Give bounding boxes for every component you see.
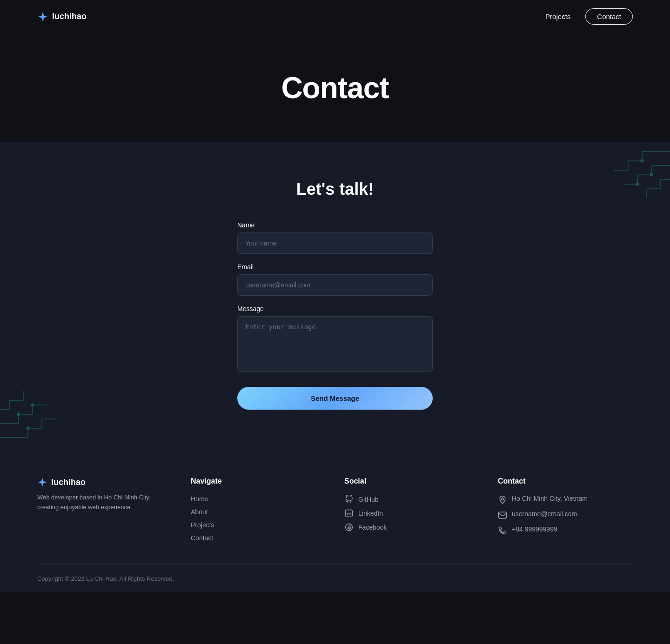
footer-bottom: Copyright © 2023 Lu Chi Hao, All Rights …	[37, 564, 633, 592]
phone-icon	[498, 526, 507, 535]
footer-description: Web developer based in Ho Chi Minh City,…	[37, 493, 172, 512]
nav-links: Projects Contact	[545, 8, 633, 25]
footer-github-label: GitHub	[358, 496, 379, 503]
page-title: Contact	[0, 71, 670, 105]
email-label: Email	[237, 263, 433, 271]
footer-nav-home: Home	[191, 495, 326, 503]
nav-logo-text: luchihao	[52, 12, 87, 21]
svg-rect-39	[499, 512, 507, 518]
footer-facebook-label: Facebook	[358, 524, 387, 531]
logo-icon	[37, 11, 48, 22]
footer-email: username@email.com	[498, 510, 633, 520]
projects-nav-link[interactable]: Projects	[545, 13, 570, 20]
footer-social-title: Social	[344, 477, 479, 485]
footer-social-facebook[interactable]: Facebook	[344, 523, 479, 532]
footer: luchihao Web developer based in Ho Chi M…	[0, 447, 670, 592]
footer-link-projects[interactable]: Projects	[191, 521, 214, 529]
footer-link-home[interactable]: Home	[191, 495, 208, 503]
send-message-button[interactable]: Send Message	[237, 387, 433, 410]
footer-nav-contact: Contact	[191, 534, 326, 542]
footer-grid: luchihao Web developer based in Ho Chi M…	[37, 477, 633, 564]
footer-logo-icon	[37, 477, 47, 487]
footer-logo: luchihao	[37, 477, 172, 487]
footer-location: Ho Chi Minh City, Vietnam	[498, 495, 633, 505]
footer-linkedin-label: LinkedIn	[358, 510, 383, 517]
footer-location-text: Ho Chi Minh City, Vietnam	[512, 495, 588, 502]
footer-social: Social GitHub Link	[344, 477, 479, 542]
footer-social-github[interactable]: GitHub	[344, 495, 479, 504]
footer-nav-links: Home About Projects Contact	[191, 495, 326, 542]
footer-contact: Contact Ho Chi Minh City, Vietnam userna…	[498, 477, 633, 542]
footer-brand: luchihao Web developer based in Ho Chi M…	[37, 477, 172, 542]
circuit-bottom-left-decoration	[0, 391, 65, 447]
email-input[interactable]	[237, 274, 433, 296]
svg-point-14	[641, 159, 643, 162]
email-icon	[498, 511, 507, 520]
name-field-group: Name	[237, 221, 433, 254]
circuit-top-right-decoration	[605, 142, 670, 198]
email-field-group: Email	[237, 263, 433, 296]
message-field-group: Message	[237, 305, 433, 374]
name-input[interactable]	[237, 232, 433, 254]
footer-contact-title: Contact	[498, 477, 633, 485]
hero-section: Contact	[0, 33, 670, 142]
footer-navigate-title: Navigate	[191, 477, 326, 485]
navbar: luchihao Projects Contact	[0, 0, 670, 33]
footer-link-about[interactable]: About	[191, 508, 208, 516]
footer-nav-projects: Projects	[191, 521, 326, 529]
footer-nav-about: About	[191, 508, 326, 516]
svg-point-16	[636, 183, 639, 186]
contact-nav-link[interactable]: Contact	[585, 8, 633, 25]
svg-point-38	[502, 498, 504, 500]
footer-copyright: Copyright © 2023 Lu Chi Hao, All Rights …	[37, 575, 174, 582]
facebook-icon	[344, 523, 354, 532]
footer-email-text: username@email.com	[512, 510, 577, 518]
contact-form: Name Email Message Send Message	[237, 221, 433, 410]
message-label: Message	[237, 305, 433, 312]
location-icon	[498, 495, 507, 505]
form-heading: Let's talk!	[0, 179, 670, 199]
linkedin-icon	[344, 509, 354, 518]
message-input[interactable]	[237, 316, 433, 372]
footer-phone: +84 999999999	[498, 525, 633, 535]
svg-point-31	[27, 427, 29, 430]
contact-section: Let's talk! Name Email Message Send Mess…	[0, 142, 670, 447]
svg-point-32	[17, 413, 20, 416]
nav-logo[interactable]: luchihao	[37, 11, 87, 22]
footer-navigate: Navigate Home About Projects Contact	[191, 477, 326, 542]
svg-point-33	[31, 404, 34, 406]
footer-logo-text: luchihao	[51, 478, 86, 487]
name-label: Name	[237, 221, 433, 229]
svg-point-15	[650, 173, 653, 176]
github-icon	[344, 495, 354, 504]
footer-phone-text: +84 999999999	[512, 525, 557, 533]
footer-link-contact[interactable]: Contact	[191, 534, 213, 542]
footer-social-linkedin[interactable]: LinkedIn	[344, 509, 479, 518]
